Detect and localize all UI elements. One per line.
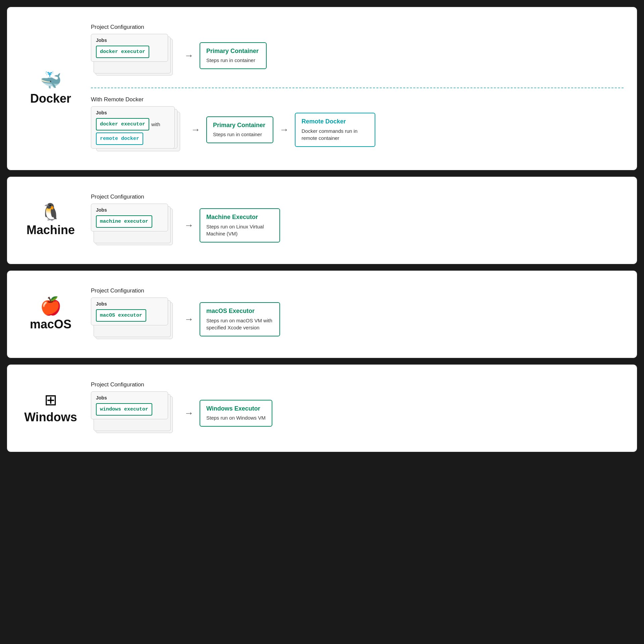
arrow-3: → (279, 124, 289, 135)
macos-result-title: macOS Executor (206, 308, 273, 315)
remote-docker-desc: Docker commands run in remote container (302, 127, 369, 142)
machine-result-title: Machine Executor (206, 214, 273, 221)
windows-result-box: Windows Executor Steps run on Windows VM (200, 400, 272, 427)
windows-result-desc: Steps run on Windows VM (206, 414, 266, 421)
macos-section: 🍎 macOS Project Configuration Jobs macOS… (7, 270, 637, 358)
arrow-2: → (191, 124, 200, 135)
windows-icon: ⊞ (44, 392, 57, 408)
macos-basic-diagram: Project Configuration Jobs macOS executo… (91, 281, 624, 348)
docker-title: Docker (30, 92, 71, 106)
macos-result-desc: Steps run on macOS VM with specified Xco… (206, 317, 273, 331)
remote-jobs-label: Jobs (96, 110, 170, 115)
macos-front: Jobs macOS executor (91, 298, 168, 325)
machine-section: 🐧 Machine Project Configuration Jobs mac… (7, 176, 637, 264)
remote-primary-desc: Steps run in container (213, 131, 267, 138)
docker-icon: 🐳 (40, 71, 62, 89)
machine-jobs-stack: Jobs machine executor (91, 204, 178, 247)
windows-row: Jobs windows executor → Windows Executor… (91, 391, 624, 435)
remote-jobs-card-front: Jobs docker executor with remote docker (91, 106, 175, 149)
machine-proj-config: Project Configuration (91, 194, 624, 200)
macos-arrow: → (184, 314, 194, 325)
macos-proj-config: Project Configuration (91, 287, 624, 294)
remote-docker-box: Remote Docker Docker commands run in rem… (295, 113, 375, 147)
windows-label: ⊞ Windows (20, 392, 81, 424)
machine-icon: 🐧 (40, 204, 61, 220)
windows-jobs-stack: Jobs windows executor (91, 391, 178, 435)
windows-proj-config: Project Configuration (91, 381, 624, 388)
docker-jobs-stack: Jobs docker executor (91, 34, 178, 77)
remote-docker-code: remote docker (96, 132, 143, 145)
macos-jobs-label: Jobs (96, 301, 163, 307)
windows-section: ⊞ Windows Project Configuration Jobs win… (7, 364, 637, 452)
machine-diagrams: Project Configuration Jobs machine execu… (91, 187, 624, 254)
machine-arrow: → (184, 220, 194, 231)
macos-row: Jobs macOS executor → macOS Executor Ste… (91, 298, 624, 341)
with-text: with (151, 121, 160, 127)
docker-remote-row: Jobs docker executor with remote docker … (91, 106, 624, 153)
windows-arrow: → (184, 408, 194, 419)
jobs-card-front: Jobs docker executor (91, 34, 168, 62)
with-remote-label: With Remote Docker (91, 96, 624, 103)
docker-result-title: Primary Container (206, 48, 260, 55)
jobs-label: Jobs (96, 38, 163, 43)
remote-primary-title: Primary Container (213, 122, 267, 129)
docker-remote-diagram: With Remote Docker Jobs docker executor … (91, 88, 624, 160)
windows-basic-diagram: Project Configuration Jobs windows execu… (91, 375, 624, 442)
windows-jobs-label: Jobs (96, 395, 163, 400)
docker-remote-jobs-stack: Jobs docker executor with remote docker (91, 106, 185, 153)
docker-proj-config: Project Configuration (91, 24, 624, 31)
macos-icon: 🍎 (40, 297, 62, 315)
macos-diagrams: Project Configuration Jobs macOS executo… (91, 281, 624, 348)
machine-result-box: Machine Executor Steps run on Linux Virt… (200, 208, 280, 243)
macos-executor-box: macOS executor (96, 309, 146, 322)
remote-executor-inline: docker executor with remote docker (96, 118, 170, 145)
docker-section: 🐳 Docker Project Configuration Jobs dock… (7, 7, 637, 170)
windows-diagrams: Project Configuration Jobs windows execu… (91, 375, 624, 442)
docker-basic-diagram: Project Configuration Jobs docker execut… (91, 17, 624, 84)
remote-primary-container: Primary Container Steps run in container (206, 116, 273, 144)
docker-diagrams: Project Configuration Jobs docker execut… (91, 17, 624, 160)
machine-label: 🐧 Machine (20, 204, 81, 237)
docker-label: 🐳 Docker (20, 71, 81, 106)
windows-executor-box: windows executor (96, 403, 152, 416)
machine-row: Jobs machine executor → Machine Executor… (91, 204, 624, 247)
machine-basic-diagram: Project Configuration Jobs machine execu… (91, 187, 624, 254)
windows-front: Jobs windows executor (91, 391, 168, 419)
macos-label: 🍎 macOS (20, 297, 81, 331)
machine-executor-box: machine executor (96, 215, 152, 228)
windows-result-title: Windows Executor (206, 405, 266, 413)
docker-executor-box: docker executor (96, 46, 149, 58)
docker-result-desc: Steps run in container (206, 57, 260, 64)
docker-result-box: Primary Container Steps run in container (200, 42, 267, 69)
macos-result-box: macOS Executor Steps run on macOS VM wit… (200, 302, 280, 336)
docker-basic-row: Jobs docker executor → Primary Container… (91, 34, 624, 77)
docker-exec-code: docker executor (96, 118, 149, 130)
machine-front: Jobs machine executor (91, 204, 168, 231)
machine-result-desc: Steps run on Linux Virtual Machine (VM) (206, 223, 273, 237)
machine-jobs-label: Jobs (96, 207, 163, 213)
macos-jobs-stack: Jobs macOS executor (91, 298, 178, 341)
macos-title: macOS (30, 317, 71, 331)
arrow-1: → (184, 50, 194, 61)
windows-title: Windows (24, 410, 77, 424)
machine-title: Machine (26, 223, 75, 237)
remote-docker-title: Remote Docker (302, 118, 369, 125)
